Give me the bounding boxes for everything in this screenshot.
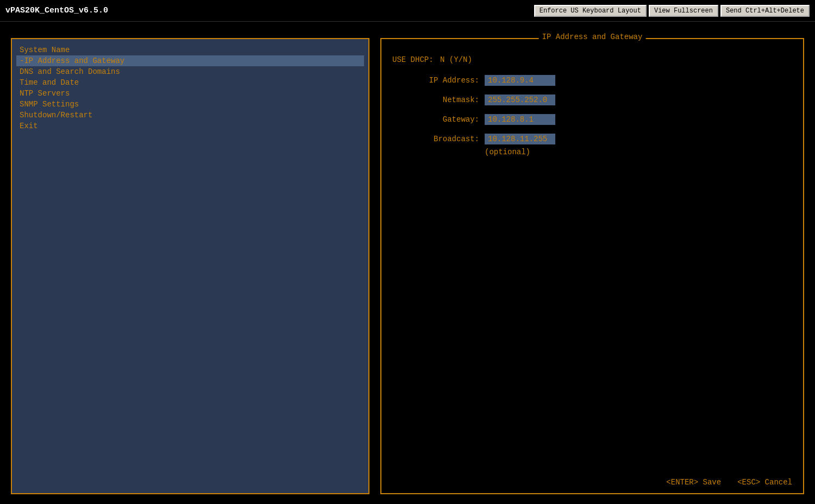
main-content: System Name -IP Address and Gateway DNS … <box>0 22 815 504</box>
dhcp-label: USE DHCP: <box>392 55 434 64</box>
topbar-buttons: Enforce US Keyboard Layout View Fullscre… <box>534 5 810 17</box>
gateway-label: Gateway: <box>392 115 479 124</box>
ip-address-row: IP Address: 10.128.9.4 <box>392 75 792 86</box>
ip-address-label: IP Address: <box>392 76 479 85</box>
ip-address-value[interactable]: 10.128.9.4 <box>485 75 555 86</box>
netmask-row: Netmask: 255.255.252.0 <box>392 94 792 105</box>
gateway-row: Gateway: 10.128.8.1 <box>392 114 792 125</box>
dhcp-row: USE DHCP: N (Y/N) <box>392 55 792 64</box>
broadcast-row: Broadcast: 10.128.11.255 <box>392 134 792 144</box>
menu-item-shutdown-restart[interactable]: Shutdown/Restart <box>16 110 364 121</box>
menu-item-system-name[interactable]: System Name <box>16 45 364 55</box>
send-ctrl-alt-del-button[interactable]: Send Ctrl+Alt+Delete <box>720 5 810 17</box>
menu-item-ip-address-gateway[interactable]: -IP Address and Gateway <box>16 55 364 66</box>
broadcast-label: Broadcast: <box>392 135 479 143</box>
broadcast-note: (optional) <box>485 148 792 156</box>
dhcp-value[interactable]: N (Y/N) <box>436 55 472 64</box>
netmask-value[interactable]: 255.255.252.0 <box>485 94 555 105</box>
right-panel-content: USE DHCP: N (Y/N) IP Address: 10.128.9.4… <box>381 39 803 193</box>
menu-item-time-and-date[interactable]: Time and Date <box>16 77 364 88</box>
menu-item-exit[interactable]: Exit <box>16 121 364 131</box>
broadcast-value[interactable]: 10.128.11.255 <box>485 134 555 144</box>
view-fullscreen-button[interactable]: View Fullscreen <box>649 5 718 17</box>
gateway-value[interactable]: 10.128.8.1 <box>485 114 555 125</box>
menu-item-ntp-servers[interactable]: NTP Servers <box>16 88 364 99</box>
app-title: vPAS20K_CentOS_v6.5.0 <box>5 6 108 15</box>
topbar: vPAS20K_CentOS_v6.5.0 Enforce US Keyboar… <box>0 0 815 22</box>
left-menu-panel: System Name -IP Address and Gateway DNS … <box>11 38 369 494</box>
enter-save-hint: <ENTER> Save <box>666 478 721 487</box>
enforce-keyboard-button[interactable]: Enforce US Keyboard Layout <box>534 5 647 17</box>
right-panel-title: IP Address and Gateway <box>539 33 646 41</box>
menu-item-dns-search-domains[interactable]: DNS and Search Domains <box>16 66 364 77</box>
menu-item-snmp-settings[interactable]: SNMP Settings <box>16 99 364 110</box>
right-panel-footer: <ENTER> Save <ESC> Cancel <box>666 478 792 487</box>
esc-cancel-hint: <ESC> Cancel <box>737 478 792 487</box>
right-panel: IP Address and Gateway USE DHCP: N (Y/N)… <box>380 38 804 494</box>
netmask-label: Netmask: <box>392 96 479 104</box>
